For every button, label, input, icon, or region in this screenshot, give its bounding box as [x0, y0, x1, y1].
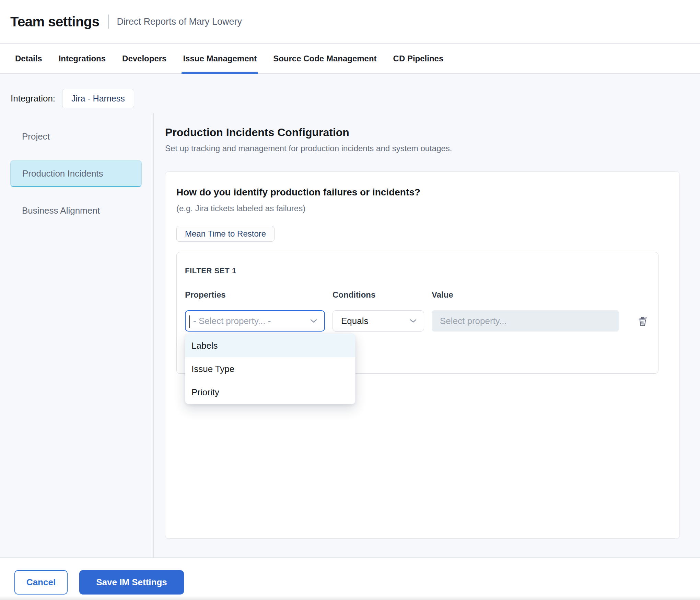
text-caret [189, 315, 190, 328]
config-question: How do you identify production failures … [176, 186, 668, 199]
filter-set-panel: FILTER SET 1 Properties Conditions Value… [176, 252, 658, 374]
trash-icon [636, 314, 650, 328]
cancel-button[interactable]: Cancel [14, 570, 68, 595]
condition-select-value: Equals [341, 316, 369, 326]
dropdown-option-labels[interactable]: Labels [185, 334, 355, 357]
integration-row: Integration: Jira - Harness [11, 89, 134, 108]
title-divider [108, 14, 109, 29]
content-area: Integration: Jira - Harness Project Prod… [0, 74, 700, 557]
chevron-down-icon [310, 319, 317, 323]
column-header-conditions: Conditions [332, 290, 424, 300]
main-panel: Production Incidents Configuration Set u… [154, 113, 700, 557]
team-settings-page: Team settings Direct Reports of Mary Low… [0, 0, 700, 600]
dropdown-option-issue-type[interactable]: Issue Type [185, 357, 355, 381]
settings-tabbar: Details Integrations Developers Issue Ma… [0, 44, 700, 74]
footer-actions: Cancel Save IM Settings [0, 557, 700, 600]
condition-select[interactable]: Equals [332, 310, 424, 332]
incidents-config-card: How do you identify production failures … [165, 171, 680, 539]
property-select-placeholder: - Select property... - [193, 316, 271, 326]
save-im-settings-button[interactable]: Save IM Settings [79, 570, 184, 595]
property-dropdown-menu: Labels Issue Type Priority [185, 334, 355, 404]
page-subtitle: Direct Reports of Mary Lowery [117, 16, 242, 27]
section-title: Production Incidents Configuration [165, 125, 700, 139]
chevron-down-icon [409, 319, 417, 323]
tab-source-code-management[interactable]: Source Code Management [273, 44, 376, 73]
tab-details[interactable]: Details [15, 44, 42, 73]
property-select[interactable]: - Select property... - [185, 310, 325, 332]
tab-issue-management[interactable]: Issue Management [183, 44, 257, 73]
delete-filter-button[interactable] [634, 312, 651, 329]
sidebar-item-business-alignment[interactable]: Business Alignment [10, 197, 142, 224]
filter-set-title: FILTER SET 1 [185, 267, 650, 275]
page-header: Team settings Direct Reports of Mary Low… [0, 0, 700, 44]
config-hint: (e.g. Jira tickets labeled as failures) [176, 203, 668, 214]
sidebar-item-production-incidents[interactable]: Production Incidents [10, 160, 142, 187]
filter-grid: Properties Conditions Value - Select pro… [185, 290, 650, 332]
integration-label: Integration: [11, 93, 55, 104]
value-input[interactable] [432, 310, 619, 332]
mean-time-to-restore-chip[interactable]: Mean Time to Restore [176, 226, 275, 242]
tab-integrations[interactable]: Integrations [59, 44, 106, 73]
row-actions [627, 312, 651, 329]
column-header-value: Value [432, 290, 619, 300]
tab-cd-pipelines[interactable]: CD Pipelines [393, 44, 444, 73]
settings-sidebar: Project Production Incidents Business Al… [0, 113, 154, 557]
integration-chip-jira-harness[interactable]: Jira - Harness [62, 89, 134, 108]
tab-developers[interactable]: Developers [122, 44, 166, 73]
sidebar-item-project[interactable]: Project [10, 123, 142, 150]
section-subtitle: Set up tracking and management for produ… [165, 143, 700, 154]
dropdown-option-priority[interactable]: Priority [185, 381, 355, 404]
column-header-properties: Properties [185, 290, 325, 300]
page-title: Team settings [10, 14, 100, 29]
